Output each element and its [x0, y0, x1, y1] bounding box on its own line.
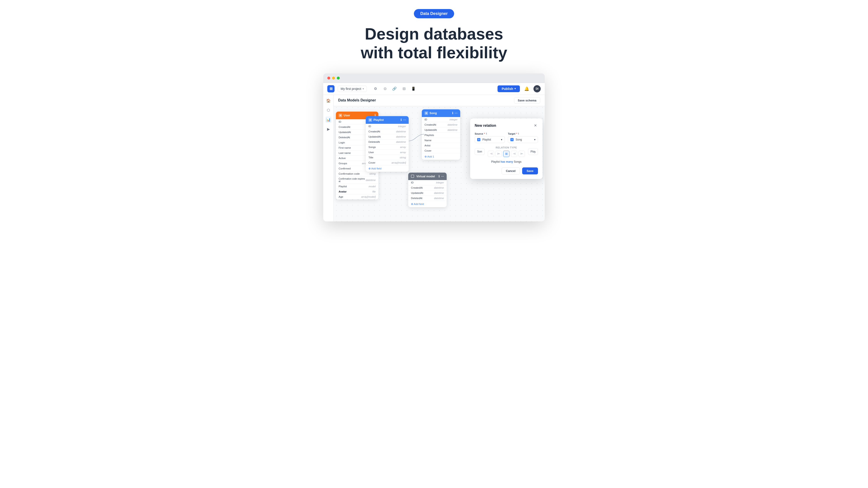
virtual-table-actions: ℹ ⋯ [438, 175, 444, 178]
source-select-icon: ⊞ [477, 138, 480, 141]
modal-close-icon[interactable]: ✕ [532, 123, 538, 128]
sidebar-icon-home[interactable]: 🏠 [325, 98, 332, 104]
song-add-field[interactable]: ⊕ Add 1 [422, 153, 460, 160]
rel-icon-many-to-one[interactable]: ⊣ [511, 151, 517, 157]
modal-target-label: Target * ℹ [508, 132, 538, 135]
song-info-icon[interactable]: ℹ [452, 111, 453, 115]
playlist-field-cover: Cover array[model] [366, 160, 409, 165]
song-table-icon: ⊞ [425, 111, 428, 115]
publish-label: Publish [502, 87, 513, 91]
link-icon[interactable]: 🔗 [391, 85, 398, 92]
virtual-table: Virtual model ℹ ⋯ ID integer CreatedAt d… [408, 173, 447, 207]
modal-target-field-col [528, 148, 538, 155]
user-avatar[interactable]: DI [533, 85, 541, 92]
song-table-header: ⊞ Song ℹ ⋯ [422, 109, 460, 117]
sidebar-icon-model[interactable]: ⬡ [325, 107, 332, 113]
virtual-add-field-label: ⊕ Add field [411, 202, 424, 205]
hero-line1: Design databases [361, 25, 507, 43]
playlist-field-title: Title string [366, 155, 409, 160]
virtual-more-icon[interactable]: ⋯ [441, 175, 444, 178]
source-field-input[interactable] [475, 148, 485, 155]
playlist-table-name: Playlist [373, 118, 384, 122]
song-field-playlists: Playlists [422, 133, 460, 138]
song-field-name: Name [422, 138, 460, 143]
page-title: Data Models Designer [338, 98, 376, 102]
settings-icon[interactable]: ⚙ [372, 85, 379, 92]
song-field-createdat: CreatedAt datetime [422, 122, 460, 127]
playlist-table-header: ⊞ Playlist ℹ ⋯ [366, 116, 409, 124]
rel-icon-one-to-many[interactable]: ⊢ [495, 151, 502, 157]
song-table: ⊞ Song ℹ ⋯ ID integer CreatedAt datetime [422, 109, 460, 160]
modal-title: New relation [475, 124, 496, 128]
user-field-confirmation-expires: Confirmation code expires at datetime [336, 176, 378, 184]
song-table-actions: ℹ ⋯ [452, 111, 458, 115]
nav-logo: ⊞ [327, 85, 335, 92]
virtual-table-name: Virtual model [416, 175, 435, 178]
save-schema-button[interactable]: Save schema [514, 97, 540, 104]
song-field-updatedat: UpdatedAt datetime [422, 127, 460, 133]
relation-icons: ⊣ ⊢ ⊠ ⊣ ⊢ [488, 151, 525, 157]
virtual-info-icon[interactable]: ℹ [438, 175, 440, 178]
modal-source-select[interactable]: ⊞ Playlist ▾ [475, 136, 505, 143]
publish-button[interactable]: Publish ▾ [498, 86, 520, 92]
new-relation-modal: New relation ✕ Source * ℹ ⊞ [470, 119, 542, 179]
sidebar-icon-play[interactable]: ▶ [325, 126, 332, 132]
virtual-field-id: ID integer [408, 180, 447, 185]
virtual-add-field[interactable]: ⊕ Add field [408, 201, 447, 207]
modal-header: New relation ✕ [475, 123, 538, 128]
relation-type-label: RELATION TYPE [488, 146, 525, 149]
page-header: Data Models Designer Save schema [334, 95, 545, 106]
nav-icons: ⚙ ⊙ 🔗 ⊟ 📱 [372, 85, 417, 92]
playlist-table: ⊞ Playlist ℹ ⋯ ID integer CreatedAt date… [366, 116, 409, 172]
source-select-chevron: ▾ [501, 138, 502, 141]
rel-icon-many-to-many[interactable]: ⊠ [503, 151, 509, 157]
rel-icon-belongs-to[interactable]: ⊢ [519, 151, 525, 157]
notification-bell-icon[interactable]: 🔔 [523, 85, 530, 92]
relation-sentence: Playlist has many Songs [475, 160, 538, 163]
hero-heading: Design databases with total flexibility [361, 25, 507, 62]
playlist-table-icon: ⊞ [368, 118, 372, 122]
data-designer-badge: Data Designer [414, 9, 454, 18]
playlist-field-deletedat: DeletedAt datetime [366, 139, 409, 144]
left-sidebar: 🏠 ⬡ 📊 ▶ [323, 95, 334, 221]
playlist-add-field-label: ⊕ Add field [368, 167, 381, 170]
cancel-button[interactable]: Cancel [502, 167, 520, 174]
modal-target-select[interactable]: ⊞ Song ▾ [508, 136, 538, 143]
source-select-value: Playlist [483, 138, 491, 141]
user-field-confirmation-code: Confirmation code string [336, 171, 378, 176]
playlist-add-field[interactable]: ⊕ Add field [366, 165, 409, 172]
modal-source-label: Source * ℹ [475, 132, 505, 135]
app-body: 🏠 ⬡ 📊 ▶ Data Models Designer Save schema… [323, 95, 545, 221]
project-selector[interactable]: My first project ▾ [338, 86, 367, 92]
save-button[interactable]: Save [522, 167, 538, 174]
titlebar-dot-green[interactable] [337, 76, 340, 79]
modal-source-target-row: Source * ℹ ⊞ Playlist ▾ [475, 132, 538, 143]
share-icon[interactable]: ⊙ [381, 85, 389, 92]
song-field-cover: Cover [422, 148, 460, 153]
target-select-chevron: ▾ [534, 138, 535, 141]
project-name: My first project [341, 87, 361, 91]
song-field-artist: Artist [422, 143, 460, 148]
playlist-field-user: User array [366, 150, 409, 155]
publish-chevron-icon: ▾ [515, 87, 516, 90]
layout-icon[interactable]: ⊟ [400, 85, 408, 92]
mobile-icon[interactable]: 📱 [410, 85, 417, 92]
user-field-avatar: Avatar file [336, 189, 378, 194]
song-table-name: Song [430, 111, 437, 115]
virtual-field-createdat: CreatedAt datetime [408, 185, 447, 191]
titlebar-dot-red[interactable] [327, 76, 330, 79]
playlist-field-id: ID integer [366, 124, 409, 129]
song-field-id: ID integer [422, 117, 460, 122]
canvas[interactable]: ⊞ User ℹ ID integer CreatedAt datetime U… [334, 105, 545, 221]
sidebar-icon-data[interactable]: 📊 [325, 117, 332, 123]
user-table-name: User [344, 113, 350, 117]
virtual-table-header: Virtual model ℹ ⋯ [408, 173, 447, 180]
playlist-more-icon[interactable]: ⋯ [403, 118, 406, 122]
target-field-input[interactable] [528, 148, 538, 155]
song-more-icon[interactable]: ⋯ [455, 111, 458, 115]
rel-icon-one-to-one[interactable]: ⊣ [488, 151, 494, 157]
virtual-field-updatedat: UpdatedAt datetime [408, 191, 447, 196]
titlebar-dot-yellow[interactable] [332, 76, 335, 79]
window-titlebar [323, 73, 545, 83]
playlist-info-icon[interactable]: ℹ [401, 118, 402, 122]
